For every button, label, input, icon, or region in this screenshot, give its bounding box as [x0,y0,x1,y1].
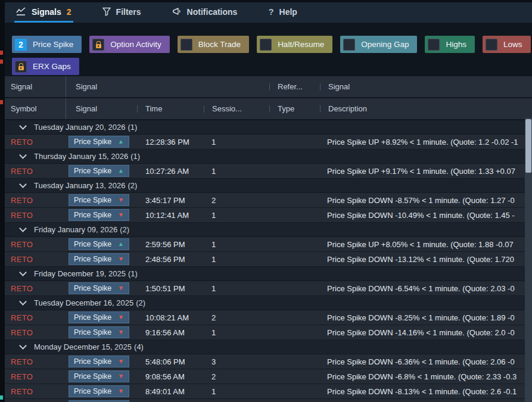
signal-row[interactable]: RETOPrice Spike▲10:27:26 AM1Price Spike … [5,164,532,179]
session-cell: 1 [203,387,268,396]
symbol-cell[interactable]: RETO [5,211,66,220]
symbol-cell[interactable]: RETO [5,387,66,396]
date-group-row[interactable]: Tuesday January 13, 2026(2) [5,179,532,193]
signal-row[interactable]: RETOPrice Spike▼8:49:01 AM1Price Spike D… [5,384,532,399]
signal-badge[interactable]: Price Spike▲ [69,165,129,177]
description-cell: Price Spike DOWN -8.13% < 1 minute. (Quo… [319,387,532,396]
signal-badge[interactable]: Price Spike▼ [69,194,129,206]
signal-badge[interactable]: Price Spike▼ [69,311,129,323]
symbol-cell[interactable]: RETO [5,372,66,381]
symbol-cell[interactable]: RETO [5,196,66,205]
signal-row[interactable]: RETOPrice Spike▼2:48:56 PM1Price Spike D… [5,252,532,267]
checkbox-unchecked[interactable] [486,39,497,51]
tab-notifications[interactable]: Notifications [170,2,239,23]
signal-badge[interactable]: Price Spike▼ [69,356,129,367]
symbol-cell[interactable]: RETO [5,167,66,176]
column-header-time[interactable]: Time [136,104,203,113]
symbol-cell[interactable]: RETO [5,357,66,366]
signal-cell: Price Spike▼ [66,370,136,382]
group-count-label: (1) [127,123,137,132]
symbol-cell[interactable]: RETO [5,284,66,293]
group-header-signal-1[interactable]: Signal [5,76,66,97]
chevron-down-icon[interactable] [19,342,27,350]
tab-filters[interactable]: Filters [101,2,143,23]
column-header-session[interactable]: Sessio... [203,104,268,113]
date-group-row[interactable]: Friday December 19, 2025(1) [5,267,532,281]
group-count-label: (1) [128,269,138,278]
chevron-down-icon[interactable] [19,180,27,188]
signal-cell: Price Spike▼ [66,209,136,221]
signal-badge[interactable]: Price Spike▼ [69,253,129,265]
filter-button-lows[interactable]: Lows [483,36,531,53]
description-cell: Price Spike DOWN -6.36% < 1 minute. (Quo… [319,357,532,366]
signal-cell: Price Spike▲ [66,165,136,177]
tab-help[interactable]: ? Help [266,2,299,23]
chevron-down-icon[interactable] [19,151,27,159]
date-group-row[interactable]: Tuesday January 20, 2026(1) [5,120,532,135]
chevron-down-icon[interactable] [19,225,27,232]
checkbox-unchecked[interactable] [260,39,272,51]
signal-row[interactable]: RETOPrice Spike▼6:38:41 AM1Price Spike D… [5,399,532,402]
symbol-cell[interactable]: RETO [5,313,66,322]
signal-badge[interactable]: Price Spike▼ [69,385,129,397]
date-group-row[interactable]: Monday December 15, 2025(4) [5,340,532,354]
date-group-row[interactable]: Thursday January 15, 2026(1) [5,149,532,164]
filter-button-erx-gaps[interactable]: ERX Gaps [12,58,79,75]
tab-label: Help [279,7,297,17]
signal-badge[interactable]: Price Spike▼ [69,282,129,294]
column-header-signal[interactable]: Signal [66,104,136,113]
filter-button-option-activity[interactable]: Option Activity [89,36,170,53]
signal-row[interactable]: RETOPrice Spike▼9:08:56 AM2Price Spike D… [5,369,532,384]
signal-row[interactable]: RETOPrice Spike▼5:48:06 PM3Price Spike D… [5,354,532,369]
vertical-scrollbar-thumb[interactable] [525,119,531,173]
date-group-row[interactable]: Friday January 09, 2026(2) [5,223,532,237]
checkbox-unchecked[interactable] [343,39,355,51]
description-cell: Price Spike DOWN -6.54% < 1 minute. (Quo… [319,284,532,293]
group-header-signal-3[interactable]: Signal [319,82,532,91]
description-cell: Price Spike UP +8.05% < 1 minute. (Quote… [319,240,532,249]
signal-row[interactable]: RETOPrice Spike▼10:08:21 AM2Price Spike … [5,310,532,325]
signal-badge[interactable]: Price Spike▲ [69,136,129,148]
signal-row[interactable]: RETOPrice Spike▲2:59:56 PM1Price Spike U… [5,237,532,252]
description-cell: Price Spike DOWN -8.25% < 1 minute. (Quo… [319,313,532,322]
signal-badge[interactable]: Price Spike▼ [69,370,129,382]
vertical-scrollbar-track[interactable] [525,118,532,402]
filter-button-opening-gap[interactable]: Opening Gap [340,36,417,53]
time-cell: 10:12:41 AM [136,211,203,220]
group-date-label: Tuesday January 20, 2026 [34,123,125,132]
session-cell: 1 [203,167,268,176]
signal-badge[interactable]: Price Spike▼ [69,326,129,338]
signal-row[interactable]: RETOPrice Spike▼10:12:41 AM1Price Spike … [5,208,532,223]
filter-button-highs[interactable]: Highs [425,36,475,53]
column-header-type[interactable]: Type [268,104,319,113]
time-cell: 12:28:36 PM [136,138,203,147]
column-header-symbol[interactable]: Symbol [5,98,66,119]
column-header-description[interactable]: Description [319,104,532,113]
signal-row[interactable]: RETOPrice Spike▲12:28:36 PM1Price Spike … [5,135,532,149]
filter-button-halt-resume[interactable]: Halt/Resume [257,36,332,53]
chevron-down-icon[interactable] [19,298,27,306]
signal-badge[interactable]: Price Spike▼ [69,209,129,221]
filter-button-block-trade[interactable]: Block Trade [178,36,249,53]
date-group-row[interactable]: Tuesday December 16, 2025(2) [5,296,532,310]
symbol-cell[interactable]: RETO [5,240,66,249]
signal-row[interactable]: RETOPrice Spike▼1:50:51 PM1Price Spike D… [5,281,532,296]
signal-row[interactable]: RETOPrice Spike▼3:45:17 PM2Price Spike D… [5,193,532,208]
symbol-cell[interactable]: RETO [5,328,66,337]
group-header-signal-2[interactable]: Signal [66,82,268,91]
symbol-cell[interactable]: RETO [5,138,66,147]
tab-signals[interactable]: Signals 2 [14,2,73,23]
symbol-cell[interactable]: RETO [5,255,66,264]
filter-button-price-spike[interactable]: 2Price Spike [12,36,82,53]
chevron-down-icon[interactable] [19,269,27,276]
checkbox-unchecked[interactable] [428,39,440,51]
chevron-down-icon[interactable] [19,122,27,130]
signal-cell: Price Spike▲ [66,136,136,148]
signal-badge[interactable]: Price Spike▲ [69,238,129,250]
arrow-down-icon: ▼ [118,388,124,394]
signal-row[interactable]: RETOPrice Spike▼9:16:56 AM1Price Spike D… [5,325,532,340]
filter-row-2: ERX Gaps [12,58,79,75]
signals-count-badge: 2 [67,7,71,17]
checkbox-unchecked[interactable] [181,39,192,51]
group-header-refer[interactable]: Refer... [268,82,319,91]
